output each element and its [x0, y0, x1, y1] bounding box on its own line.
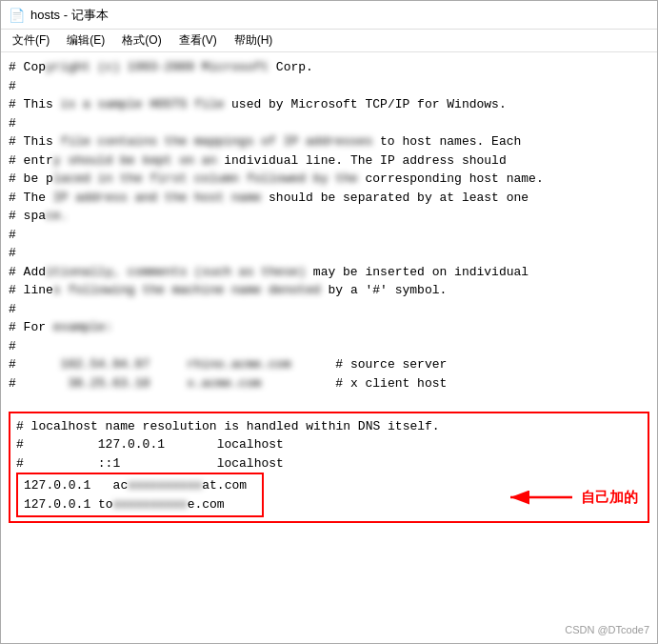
line-4: #	[9, 114, 649, 133]
line-17: # 102.54.94.97 rhino.acme.com # source s…	[9, 355, 649, 374]
line-11: #	[9, 244, 649, 263]
line-19	[9, 392, 649, 412]
menu-help[interactable]: 帮助(H)	[227, 30, 281, 50]
menu-view[interactable]: 查看(V)	[171, 30, 225, 50]
line-3: # This is a sample HOSTS file used by Mi…	[9, 95, 649, 114]
line-18: # 38.25.63.10 x.acme.com # x client host	[9, 374, 649, 393]
watermark: CSDN @DTcode7	[565, 624, 649, 635]
line-1: # Copyright (c) 1993-2009 Microsoft Corp…	[9, 58, 649, 77]
annotation-container: 自己加的	[501, 483, 638, 512]
highlight-section: # localhost name resolution is handled w…	[9, 412, 649, 524]
menu-edit[interactable]: 编辑(E)	[59, 30, 112, 50]
annotation-label: 自己加的	[581, 489, 638, 507]
line-14: #	[9, 300, 649, 319]
line-13: # lines following the machine name denot…	[9, 281, 649, 300]
line-16: #	[9, 337, 649, 356]
line-21: # 127.0.0.1 localhost	[16, 435, 642, 454]
line-10: #	[9, 226, 649, 245]
line-5: # This file contains the mappings of IP …	[9, 132, 649, 151]
line-9: # space.	[9, 207, 649, 226]
menu-format[interactable]: 格式(O)	[114, 30, 169, 50]
arrow-icon	[501, 483, 577, 512]
title-icon: 📄	[9, 8, 25, 23]
line-23: 127.0.0.1 acxxxxxxxxxxat.com	[24, 476, 256, 495]
line-2: #	[9, 77, 649, 96]
line-24: 127.0.0.1 toxxxxxxxxxxe.com	[24, 495, 256, 514]
line-15: # For example:	[9, 318, 649, 337]
menu-bar: 文件(F) 编辑(E) 格式(O) 查看(V) 帮助(H)	[1, 30, 657, 52]
title-bar: 📄 hosts - 记事本	[1, 1, 657, 30]
line-8: # The IP address and the host name shoul…	[9, 189, 649, 208]
line-22: # ::1 localhost	[16, 454, 642, 473]
line-20: # localhost name resolution is handled w…	[16, 417, 642, 436]
window-title: hosts - 记事本	[30, 7, 109, 24]
line-7: # be placed in the first column followed…	[9, 170, 649, 189]
line-6: # entry should be kept on an individual …	[9, 151, 649, 171]
line-12: # Additionally, comments (such as these)…	[9, 263, 649, 282]
menu-file[interactable]: 文件(F)	[5, 30, 57, 50]
editor-area[interactable]: # Copyright (c) 1993-2009 Microsoft Corp…	[1, 52, 657, 643]
notepad-window: 📄 hosts - 记事本 文件(F) 编辑(E) 格式(O) 查看(V) 帮助…	[0, 0, 658, 644]
added-entries-box: 127.0.0.1 acxxxxxxxxxxat.com 127.0.0.1 t…	[16, 473, 264, 517]
